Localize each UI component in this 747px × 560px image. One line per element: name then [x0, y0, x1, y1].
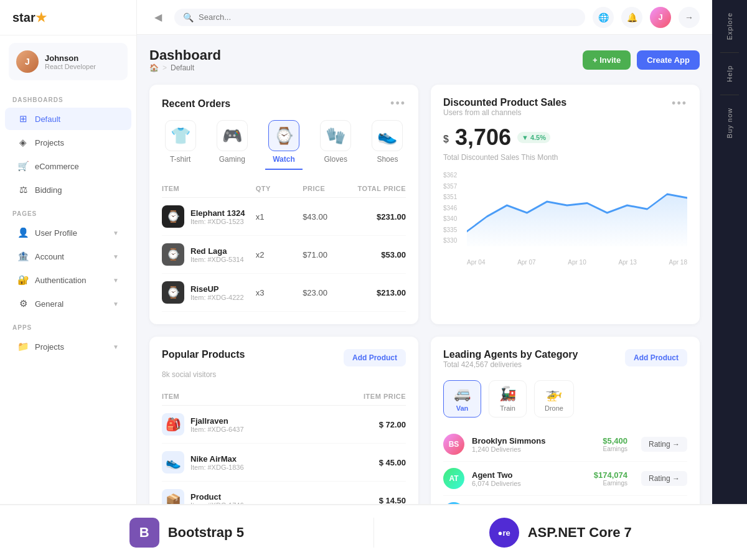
list-item: AT Agent Two 6,074 Deliveries $174,074 E… — [443, 462, 687, 496]
product-image: 👟 — [162, 451, 184, 474]
sidebar-item-user-profile-label: User Profile — [35, 228, 106, 238]
agent-earnings: $174,074 — [594, 470, 627, 480]
agent-rating-button[interactable]: Rating → — [641, 471, 687, 486]
add-product-button[interactable]: Add Product — [344, 349, 406, 366]
gaming-icon: 🎮 — [217, 120, 248, 151]
page-content: Dashboard 🏠 > Default + Invite Create Ap… — [137, 35, 712, 560]
sidebar-item-projects-apps[interactable]: 📁 Projects ▼ — [5, 335, 131, 358]
product-sku: Item: #XDG-1836 — [190, 464, 244, 471]
gloves-icon: 🧤 — [320, 120, 351, 151]
sidebar-item-general-label: General — [35, 299, 106, 309]
avatar: J — [16, 50, 39, 73]
filter-tab-drone[interactable]: 🚁 Drone — [534, 380, 574, 418]
order-price: $23.00 — [303, 288, 349, 297]
globe-icon[interactable]: 🌐 — [593, 7, 614, 28]
filter-tab-van[interactable]: 🚐 Van — [443, 380, 481, 418]
product-sku: Item: #XDG-6437 — [190, 426, 244, 433]
agent-name: Agent Two — [472, 470, 586, 480]
drone-icon: 🚁 — [545, 386, 562, 402]
table-row: ⌚ Red Laga Item: #XDG-5314 x2 $71.00 $53… — [162, 236, 406, 274]
sidebar-item-general[interactable]: ⚙ General ▼ — [5, 292, 131, 315]
agent-deliveries: 1,240 Deliveries — [472, 446, 595, 453]
topbar: ◀ 🔍 🌐 🔔 J → — [137, 0, 712, 35]
collapse-sidebar-button[interactable]: ◀ — [149, 9, 167, 26]
sidebar-item-projects-dash[interactable]: ◈ Projects — [5, 131, 131, 154]
aspnet-text: ASP.NET Core 7 — [528, 525, 632, 541]
chart-svg — [467, 172, 687, 246]
sidebar-item-default[interactable]: ⊞ Default — [5, 108, 131, 130]
filter-tab-train[interactable]: 🚂 Train — [489, 380, 527, 418]
breadcrumb-separator: > — [162, 63, 167, 72]
user-profile-icon: 👤 — [17, 227, 29, 238]
orders-table-header: ITEM QTY PRICE TOTAL PRICE — [162, 180, 406, 198]
orders-table: ITEM QTY PRICE TOTAL PRICE ⌚ Elephant 13… — [162, 180, 406, 312]
page-header: Dashboard 🏠 > Default + Invite Create Ap… — [149, 47, 700, 72]
recent-orders-title: Recent Orders — [162, 98, 230, 110]
filter-tab-drone-label: Drone — [545, 404, 563, 412]
agent-rating-button[interactable]: Rating → — [641, 437, 687, 452]
order-item-sku: Item: #XDG-4222 — [190, 294, 244, 301]
more-options-icon[interactable]: ••• — [672, 97, 687, 110]
grid-icon: ⊞ — [17, 113, 29, 124]
bootstrap-watermark: B Bootstrap 5 — [137, 518, 374, 548]
product-name: Product — [190, 492, 244, 502]
breadcrumb: 🏠 > Default — [149, 63, 221, 72]
panel-divider — [720, 95, 739, 95]
arrow-right-icon[interactable]: → — [679, 7, 700, 28]
tab-shoes-label: Shoes — [377, 155, 398, 164]
explore-button[interactable]: Explore — [722, 7, 737, 45]
tab-gloves[interactable]: 🧤 Gloves — [317, 120, 354, 170]
logo-name: star — [12, 11, 35, 24]
sidebar-item-authentication[interactable]: 🔐 Authentication ▼ — [5, 269, 131, 291]
discount-period: Total Discounted Sales This Month — [443, 153, 687, 162]
shoes-icon: 👟 — [372, 120, 403, 151]
category-tabs: 👕 T-shirt 🎮 Gaming ⌚ Watch 🧤 Gloves — [162, 120, 406, 170]
account-icon: 🏦 — [17, 251, 29, 262]
buy-now-button[interactable]: Buy now — [722, 103, 737, 143]
order-total: $53.00 — [350, 250, 406, 259]
sidebar-item-account[interactable]: 🏦 Account ▼ — [5, 245, 131, 268]
sidebar-item-user-profile[interactable]: 👤 User Profile ▼ — [5, 222, 131, 244]
table-row: ⌚ Elephant 1324 Item: #XDG-1523 x1 $43.0… — [162, 198, 406, 236]
create-app-button[interactable]: Create App — [637, 50, 700, 70]
tab-watch[interactable]: ⌚ Watch — [265, 120, 302, 170]
products-table-header: ITEM ITEM PRICE — [162, 388, 406, 406]
agent-avatar: BS — [443, 434, 464, 455]
invite-button[interactable]: + Invite — [583, 50, 631, 70]
tab-watch-label: Watch — [273, 155, 295, 164]
chart-y-labels: $362 $357 $351 $346 $340 $335 $330 — [443, 172, 457, 244]
discounted-sales-card: Discounted Product Sales Users from all … — [431, 85, 700, 324]
user-name: Johnson — [45, 54, 96, 63]
train-icon: 🚂 — [499, 386, 516, 402]
chevron-down-icon: ▼ — [113, 277, 119, 284]
product-name: Nike AirMax — [190, 454, 244, 464]
user-profile-card[interactable]: J Johnson React Developer — [9, 43, 128, 80]
list-item: BS Brooklyn Simmons 1,240 Deliveries $5,… — [443, 427, 687, 462]
table-row: ⌚ RiseUP Item: #XDG-4222 x3 $23.00 $213.… — [162, 274, 406, 312]
filter-tab-van-label: Van — [456, 404, 469, 412]
main-content: ◀ 🔍 🌐 🔔 J → Dashboard 🏠 > Default — [137, 0, 712, 560]
tab-gaming[interactable]: 🎮 Gaming — [214, 120, 250, 170]
topbar-user-avatar[interactable]: J — [650, 7, 671, 28]
tab-tshirt[interactable]: 👕 T-shirt — [162, 120, 199, 170]
help-button[interactable]: Help — [722, 60, 737, 87]
order-item-name: RiseUP — [190, 284, 244, 294]
van-icon: 🚐 — [454, 386, 471, 402]
aspnet-watermark: ●re ASP.NET Core 7 — [374, 518, 713, 548]
discounted-sales-title: Discounted Product Sales — [443, 97, 566, 108]
chart-container — [467, 172, 687, 259]
more-options-icon[interactable]: ••• — [390, 97, 406, 110]
home-icon[interactable]: 🏠 — [149, 63, 159, 72]
sidebar-item-projects-dash-label: Projects — [35, 138, 119, 147]
agent-avatar: AT — [443, 468, 464, 489]
leading-agents-subtitle: Total 424,567 deliveries — [443, 360, 578, 369]
popular-products-title: Popular Products — [162, 349, 245, 360]
recent-orders-card: Recent Orders ••• 👕 T-shirt 🎮 Gaming ⌚ — [149, 85, 418, 324]
tab-shoes[interactable]: 👟 Shoes — [369, 120, 406, 170]
sidebar-item-default-label: Default — [35, 114, 119, 124]
leading-agents-add-button[interactable]: Add Product — [625, 349, 687, 366]
notification-icon[interactable]: 🔔 — [621, 7, 642, 28]
search-input[interactable] — [199, 12, 576, 22]
sidebar-item-bidding[interactable]: ⚖ Bidding — [5, 179, 131, 201]
sidebar-item-ecommerce[interactable]: 🛒 eCommerce — [5, 155, 131, 177]
